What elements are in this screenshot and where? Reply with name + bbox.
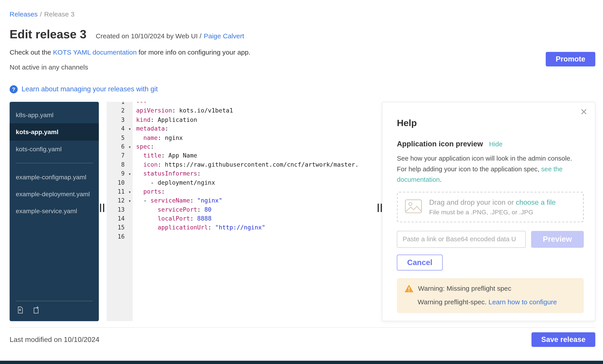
code-line[interactable]: 3kind: Application: [107, 116, 382, 124]
dropzone-text-prefix: Drag and drop your icon or: [429, 198, 516, 206]
line-number: 7: [107, 152, 133, 160]
file-tree-item[interactable]: kots-config.yaml: [10, 140, 99, 157]
promote-button[interactable]: Promote: [546, 52, 595, 66]
fold-arrow-icon[interactable]: ▾: [128, 170, 131, 179]
code-text: metadata:: [133, 124, 168, 133]
code-text: applicationUrl: "http://nginx": [133, 223, 265, 232]
line-number: 4▾: [107, 124, 133, 133]
line-number: 6▾: [107, 143, 133, 152]
file-tree-item[interactable]: example-deployment.yaml: [10, 186, 99, 202]
code-line[interactable]: 8 icon: https://raw.githubusercontent.co…: [107, 160, 382, 169]
fold-arrow-icon[interactable]: ▾: [128, 125, 131, 134]
code-line[interactable]: 13 servicePort: 80: [107, 205, 382, 214]
code-line[interactable]: 9▾ statusInformers:: [107, 169, 382, 178]
icon-preview-description: See how your application icon will look …: [397, 153, 579, 185]
code-line[interactable]: 12▾ - serviceName: "nginx": [107, 197, 382, 205]
file-tree-item[interactable]: example-configmap.yaml: [10, 169, 99, 186]
fold-arrow-icon[interactable]: ▾: [128, 197, 131, 206]
save-release-button[interactable]: Save release: [531, 332, 595, 347]
code-text: localPort: 8888: [133, 214, 212, 223]
file-tree-item[interactable]: k8s-app.yaml: [10, 107, 99, 123]
preview-button[interactable]: Preview: [531, 231, 584, 248]
file-tree-footer: [10, 296, 99, 321]
release-editor-area: k8s-app.yamlkots-app.yamlkots-config.yam…: [10, 102, 595, 321]
edit-release-page: Releases/Release 3 Edit release 3 Create…: [0, 0, 603, 364]
author-link[interactable]: Paige Calvert: [204, 32, 244, 40]
code-text: title: App Name: [133, 152, 197, 160]
line-number: 2: [107, 107, 133, 115]
line-number: 5: [107, 133, 133, 142]
line-number: 16: [107, 232, 133, 241]
warning-detail-text: Warning preflight-spec.: [418, 298, 489, 306]
description-period: .: [440, 176, 441, 183]
image-placeholder-icon: [405, 199, 422, 215]
code-text: icon: https://raw.githubusercontent.com/…: [133, 160, 359, 169]
file-tree-item[interactable]: kots-app.yaml: [10, 123, 99, 140]
code-line[interactable]: 5 name: nginx: [107, 133, 382, 142]
line-number: 11▾: [107, 187, 133, 196]
code-line[interactable]: 4▾metadata:: [107, 124, 382, 133]
code-line[interactable]: 2apiVersion: kots.io/v1beta1: [107, 107, 382, 115]
warning-text: Warning: Missing preflight spec: [418, 285, 511, 292]
icon-preview-title: Application icon preview: [397, 140, 483, 148]
icon-url-row: Preview: [397, 231, 584, 248]
cancel-button[interactable]: Cancel: [397, 255, 443, 270]
last-modified-text: Last modified on 10/10/2024: [10, 335, 99, 344]
code-line[interactable]: 16: [107, 232, 382, 241]
fold-arrow-icon[interactable]: ▾: [128, 143, 131, 152]
code-line[interactable]: 10 - deployment/nginx: [107, 178, 382, 187]
help-panel: × Help Application icon preview Hide See…: [382, 102, 595, 321]
docs-hint-suffix: for more info on configuring your app.: [137, 48, 250, 56]
code-line[interactable]: 14 localPort: 8888: [107, 214, 382, 223]
file-tree-item[interactable]: example-service.yaml: [10, 202, 99, 220]
git-releases-help-link[interactable]: Learn about managing your releases with …: [22, 85, 158, 93]
import-file-icon[interactable]: [16, 306, 24, 316]
line-number: 8: [107, 160, 133, 169]
panel-resize-handle-right[interactable]: [378, 204, 382, 212]
channel-status: Not active in any channels: [10, 64, 595, 72]
file-tree-footer-divider: [16, 301, 93, 301]
code-text: ports:: [133, 187, 165, 196]
line-number: 12▾: [107, 197, 133, 205]
page-title: Edit release 3: [10, 28, 87, 41]
new-file-icon[interactable]: [31, 306, 40, 316]
footer: Last modified on 10/10/2024 Save release: [10, 327, 595, 347]
code-text: [133, 232, 136, 241]
line-number: 3: [107, 116, 133, 124]
preflight-warning-box: Warning: Missing preflight spec Warning …: [397, 278, 584, 313]
line-number: 10: [107, 178, 133, 187]
choose-file-link[interactable]: choose a file: [516, 198, 556, 206]
code-line[interactable]: 6▾spec:: [107, 143, 382, 152]
line-number: 1: [107, 102, 133, 107]
learn-how-to-configure-link[interactable]: Learn how to configure: [488, 298, 557, 306]
app-root: Releases/Release 3 Edit release 3 Create…: [0, 0, 603, 364]
fold-arrow-icon[interactable]: ▾: [128, 188, 131, 197]
close-icon[interactable]: ×: [580, 106, 587, 118]
breadcrumb-releases-link[interactable]: Releases: [10, 11, 38, 18]
code-line[interactable]: 7 title: App Name: [107, 152, 382, 160]
docs-hint-row: Check out the KOTS YAML documentation fo…: [10, 48, 595, 56]
created-text: Created on 10/10/2024 by Web UI /: [96, 32, 201, 40]
dropzone-hint: File must be a .PNG, .JPEG, or .JPG: [429, 209, 556, 216]
docs-hint-prefix: Check out the: [10, 48, 53, 56]
code-text: ---: [133, 102, 147, 107]
git-help-row: ? Learn about managing your releases wit…: [10, 85, 595, 93]
code-line[interactable]: 15 applicationUrl: "http://nginx": [107, 223, 382, 232]
code-line[interactable]: 1---: [107, 102, 382, 107]
code-text: - deployment/nginx: [133, 178, 215, 187]
help-title: Help: [397, 118, 584, 128]
panel-resize-handle-left[interactable]: [100, 204, 104, 212]
breadcrumb-separator: /: [40, 11, 42, 18]
code-text: kind: Application: [133, 116, 197, 124]
code-text: servicePort: 80: [133, 205, 212, 214]
icon-preview-section-header: Application icon preview Hide: [397, 140, 584, 148]
icon-dropzone[interactable]: Drag and drop your icon or choose a file…: [397, 192, 584, 222]
icon-url-input[interactable]: [397, 231, 526, 248]
breadcrumb: Releases/Release 3: [10, 11, 595, 19]
kots-yaml-docs-link[interactable]: KOTS YAML documentation: [53, 48, 137, 56]
code-line[interactable]: 11▾ ports:: [107, 187, 382, 196]
line-number: 15: [107, 223, 133, 232]
breadcrumb-current: Release 3: [44, 11, 74, 18]
code-editor[interactable]: 1---2apiVersion: kots.io/v1beta13kind: A…: [107, 102, 382, 321]
hide-link[interactable]: Hide: [489, 141, 502, 148]
